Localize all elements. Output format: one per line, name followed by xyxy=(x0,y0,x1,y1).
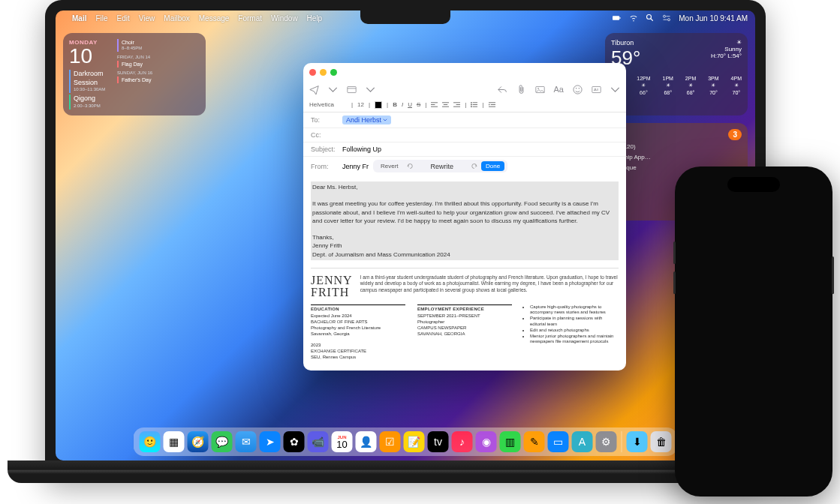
menu-window[interactable]: Window xyxy=(271,14,298,22)
svg-point-26 xyxy=(471,102,472,104)
format-icon[interactable]: Aa xyxy=(554,85,564,94)
dock-safari-icon[interactable]: 🧭 xyxy=(188,431,209,452)
dock-maps-icon[interactable]: ➤ xyxy=(260,431,281,452)
send-icon[interactable] xyxy=(309,85,319,94)
attach-icon[interactable] xyxy=(516,85,526,94)
menu-mailbox[interactable]: Mailbox xyxy=(164,14,189,22)
chevron-down-icon[interactable] xyxy=(328,85,338,94)
resume-bullet: Mentor junior photographers and maintain… xyxy=(530,334,619,346)
subject-field[interactable]: Following Up xyxy=(342,146,381,153)
dock-notes-icon[interactable]: 📝 xyxy=(404,431,425,452)
dock-mail-icon[interactable]: ✉︎ xyxy=(236,431,257,452)
recipient-pill[interactable]: Andi Herbst xyxy=(342,116,391,124)
resume-bullet: Participate in planning sessions with ed… xyxy=(530,316,619,328)
dock-photos-icon[interactable]: ✿ xyxy=(284,431,305,452)
from-value[interactable]: Jenny Fr xyxy=(342,163,369,170)
font-selector[interactable]: Helvetica xyxy=(309,101,347,108)
menu-file[interactable]: File xyxy=(95,14,107,22)
dock-facetime-icon[interactable]: 📹 xyxy=(308,431,329,452)
dock-trash-icon[interactable]: 🗑 xyxy=(651,431,672,452)
header-fields-icon[interactable] xyxy=(347,85,357,94)
menubar-clock[interactable]: Mon Jun 10 9:41 AM xyxy=(679,14,748,22)
dock-numbers-icon[interactable]: ▥ xyxy=(500,431,521,452)
text-color-icon[interactable] xyxy=(375,101,382,109)
dock-messages-icon[interactable]: 💬 xyxy=(212,431,233,452)
strike-button[interactable]: S xyxy=(417,101,420,108)
calendar-event-time: 2:00–3:30PM xyxy=(74,104,111,110)
photo-icon[interactable] xyxy=(535,85,545,94)
dock-appstore-icon[interactable]: A xyxy=(572,431,593,452)
chevron-down-icon[interactable] xyxy=(366,85,375,94)
done-button[interactable]: Done xyxy=(481,161,504,171)
recipient-name: Andi Herbst xyxy=(346,116,381,124)
dock-launchpad-icon[interactable]: ▦ xyxy=(164,431,185,452)
weather-widget[interactable]: Tiburon 59° ☀︎ Sunny H:70° L:54° 11AM☀︎6… xyxy=(605,33,748,116)
sun-icon: ☀︎ xyxy=(688,82,693,88)
italic-button[interactable]: I xyxy=(402,101,403,108)
svg-point-13 xyxy=(574,85,582,93)
menu-message[interactable]: Message xyxy=(199,14,230,22)
dock-reminders-icon[interactable]: ☑︎ xyxy=(380,431,401,452)
emoji-icon[interactable] xyxy=(573,85,583,94)
app-name[interactable]: Mail xyxy=(72,14,86,22)
dock-contacts-icon[interactable]: 👤 xyxy=(356,431,377,452)
iphone-volume-down xyxy=(673,272,676,294)
iphone-power-button xyxy=(832,256,834,294)
dock-pages-icon[interactable]: ✎ xyxy=(524,431,545,452)
divider: | xyxy=(425,101,426,108)
menu-edit[interactable]: Edit xyxy=(117,14,130,22)
iphone-device xyxy=(675,166,832,496)
dock-podcasts-icon[interactable]: ◉ xyxy=(476,431,497,452)
dock: 🙂 ▦ 🧭 💬 ✉︎ ➤ ✿ 📹 JUN 10 👤 ☑︎ 📝 tv ♪ ◉ ▥ … xyxy=(134,428,678,456)
align-center-icon[interactable] xyxy=(442,101,449,108)
svg-point-5 xyxy=(664,15,666,17)
body-signature-dept: Dept. of Journalism and Mass Communicati… xyxy=(312,250,617,259)
control-center-icon[interactable] xyxy=(662,14,671,22)
dock-downloads-icon[interactable]: ⬇︎ xyxy=(627,431,648,452)
battery-icon[interactable] xyxy=(613,14,622,22)
reply-icon[interactable] xyxy=(498,85,507,94)
menu-view[interactable]: View xyxy=(139,14,155,22)
dock-keynote-icon[interactable]: ▭ xyxy=(548,431,569,452)
body-paragraph: It was great meeting you for coffee yest… xyxy=(312,200,617,225)
forecast-temp: 68° xyxy=(687,90,695,95)
chevron-down-icon[interactable] xyxy=(383,118,387,122)
dock-finder-icon[interactable]: 🙂 xyxy=(140,431,161,452)
from-label: From: xyxy=(311,163,342,170)
font-size-selector[interactable]: 12 xyxy=(357,101,364,108)
search-icon[interactable] xyxy=(646,14,655,22)
list-icon[interactable] xyxy=(471,101,477,108)
resume-bio: I am a third-year student undergraduate … xyxy=(360,274,619,298)
divider: | xyxy=(351,101,353,108)
indent-icon[interactable] xyxy=(489,101,495,108)
menu-help[interactable]: Help xyxy=(307,14,323,22)
svg-point-12 xyxy=(537,88,539,89)
svg-rect-16 xyxy=(592,86,601,92)
undo-icon[interactable] xyxy=(406,163,413,170)
menu-format[interactable]: Format xyxy=(238,14,262,22)
body-closing: Thanks, xyxy=(312,233,617,242)
underline-button[interactable]: U xyxy=(408,101,412,108)
dock-music-icon[interactable]: ♪ xyxy=(452,431,473,452)
wifi-icon[interactable] xyxy=(629,14,638,22)
dock-calendar-icon[interactable]: JUN 10 xyxy=(332,431,353,452)
revert-button[interactable]: Revert xyxy=(376,161,403,171)
mail-body[interactable]: Dear Ms. Herbst, It was great meeting yo… xyxy=(303,176,626,370)
chevron-down-icon[interactable] xyxy=(610,85,620,94)
resume-edu-text: Expected June 2024 BACHELOR OF FINE ARTS… xyxy=(311,314,405,360)
zoom-window-button[interactable] xyxy=(330,69,337,76)
close-window-button[interactable] xyxy=(309,69,316,76)
minimize-window-button[interactable] xyxy=(320,69,327,76)
markup-icon[interactable] xyxy=(592,85,601,94)
dock-settings-icon[interactable]: ⚙︎ xyxy=(596,431,617,452)
bold-button[interactable]: B xyxy=(393,101,397,108)
forecast-hour: 4PM xyxy=(731,76,742,81)
redo-icon[interactable] xyxy=(471,163,478,170)
dock-tv-icon[interactable]: tv xyxy=(428,431,449,452)
align-left-icon[interactable] xyxy=(431,101,438,108)
calendar-widget[interactable]: MONDAY 10 Darkroom Session 10:30–11:30AM… xyxy=(63,33,206,116)
calendar-section: FRIDAY, JUN 14 xyxy=(117,55,200,59)
calendar-section: SUNDAY, JUN 16 xyxy=(117,70,200,75)
svg-point-15 xyxy=(579,87,580,88)
align-right-icon[interactable] xyxy=(453,101,460,108)
